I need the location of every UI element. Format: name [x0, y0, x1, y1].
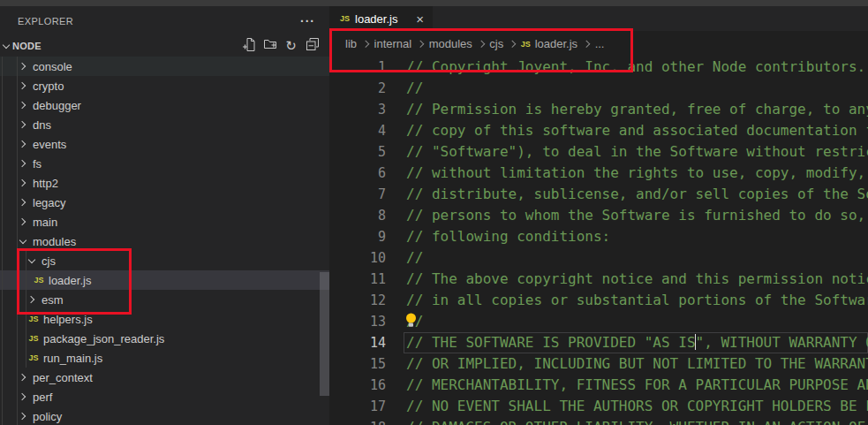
- chevron-down-icon: [19, 236, 26, 243]
- tree-item-per-context[interactable]: per_context: [0, 368, 329, 387]
- code-line[interactable]: // NO EVENT SHALL THE AUTHORS OR COPYRIG…: [406, 396, 868, 417]
- code-line[interactable]: // The above copyright notice and this p…: [406, 269, 868, 290]
- section-actions: ↻: [239, 37, 329, 56]
- collapse-all-icon: [306, 37, 320, 55]
- line-number: 2: [331, 78, 386, 99]
- js-file-icon: JS: [26, 334, 41, 343]
- code-line[interactable]: // THE SOFTWARE IS PROVIDED "AS IS", WIT…: [406, 332, 868, 353]
- code-line[interactable]: //: [406, 247, 868, 269]
- chevron-right-icon: [19, 160, 26, 167]
- code-line[interactable]: // following conditions:: [406, 226, 868, 247]
- code-line[interactable]: // "Software"), to deal in the Software …: [406, 141, 868, 163]
- annotation-box-breadcrumb: [329, 28, 633, 72]
- line-number: 18: [331, 417, 386, 425]
- code-line[interactable]: //: [406, 78, 868, 99]
- refresh-button[interactable]: ↻: [282, 37, 300, 56]
- line-number: 8: [331, 205, 386, 226]
- tab-label: loader.js: [355, 12, 411, 26]
- title-bar: [0, 0, 868, 6]
- chevron-right-icon: [19, 374, 26, 381]
- chevron-right-icon: [19, 63, 26, 70]
- new-file-button[interactable]: [239, 37, 258, 56]
- explorer-header: EXPLORER ···: [0, 6, 329, 35]
- tree-item-perf[interactable]: perf: [0, 387, 329, 406]
- indent-guide: [17, 57, 18, 425]
- tree-item-label: debugger: [33, 99, 81, 112]
- line-number: 7: [331, 184, 386, 205]
- code-line[interactable]: // without limitation the rights to use,…: [406, 163, 868, 184]
- tree-item-label: package_json_reader.js: [43, 332, 164, 345]
- tree-item-debugger[interactable]: debugger: [0, 95, 329, 115]
- code-line[interactable]: // OR IMPLIED, INCLUDING BUT NOT LIMITED…: [406, 353, 868, 375]
- node-section-header[interactable]: NODE ↻: [0, 35, 329, 57]
- tree-item-main[interactable]: main: [0, 212, 329, 231]
- tab-loader-js[interactable]: JS loader.js ×: [331, 6, 433, 31]
- tree-item-run-main-js[interactable]: JSrun_main.js: [0, 348, 329, 368]
- tab-strip: JS loader.js ×: [331, 6, 868, 31]
- tree-item-dns[interactable]: dns: [0, 115, 329, 134]
- close-icon[interactable]: ×: [416, 12, 424, 26]
- tree-item-label: legacy: [33, 196, 66, 209]
- code-line[interactable]: // in all copies or substantial portions…: [406, 290, 868, 311]
- tree-item-label: policy: [33, 410, 62, 423]
- lightbulb-icon[interactable]: [405, 313, 418, 329]
- chevron-down-icon: [3, 41, 10, 48]
- js-file-icon: JS: [26, 353, 41, 362]
- chevron-right-icon: [19, 179, 26, 186]
- tree-item-legacy[interactable]: legacy: [0, 193, 329, 212]
- line-number: 16: [331, 375, 386, 396]
- node-section-label: NODE: [12, 41, 239, 51]
- new-file-icon: [242, 37, 256, 55]
- line-number: 9: [331, 226, 386, 247]
- line-number: 14: [331, 332, 386, 353]
- js-file-icon: JS: [26, 315, 41, 323]
- tree-item-fs[interactable]: fs: [0, 154, 329, 173]
- chevron-right-icon: [19, 121, 26, 128]
- code-lines: // Copyright Joyent, Inc. and other Node…: [406, 57, 868, 425]
- line-number: 3: [331, 99, 386, 120]
- chevron-right-icon: [19, 218, 26, 225]
- code-line[interactable]: // DAMAGES OR OTHER LIABILITY, WHETHER I…: [406, 417, 868, 425]
- line-number: 12: [331, 290, 386, 311]
- line-number: 15: [331, 353, 386, 375]
- code-line[interactable]: // distribute, sublicense, and/or sell c…: [406, 184, 868, 205]
- sidebar-scrollbar[interactable]: [320, 272, 329, 396]
- tree-item-label: dns: [33, 118, 51, 132]
- line-number: 4: [331, 120, 386, 141]
- tree-item-package-json-reader-js[interactable]: JSpackage_json_reader.js: [0, 329, 329, 348]
- line-number: 13: [331, 311, 386, 332]
- tree-item-crypto[interactable]: crypto: [0, 76, 329, 95]
- tree-item-label: events: [33, 138, 66, 151]
- tree-item-label: modules: [33, 235, 76, 248]
- tree-item-label: console: [33, 60, 72, 73]
- chevron-right-icon: [19, 82, 26, 89]
- code-line[interactable]: //: [406, 311, 868, 332]
- tree-item-policy[interactable]: policy: [0, 406, 329, 425]
- refresh-icon: ↻: [285, 38, 297, 54]
- tree-item-label: main: [33, 216, 57, 229]
- line-number: 6: [331, 163, 386, 184]
- tree-item-label: fs: [33, 157, 42, 171]
- tree-item-label: perf: [33, 391, 52, 404]
- chevron-right-icon: [19, 140, 26, 148]
- chevron-right-icon: [19, 199, 26, 206]
- more-actions-icon[interactable]: ···: [300, 18, 315, 25]
- tree-item-label: per_context: [33, 371, 93, 384]
- indent-guide: [2, 57, 3, 425]
- tree-item-console[interactable]: console: [0, 57, 329, 76]
- tree-item-http2[interactable]: http2: [0, 173, 329, 193]
- chevron-right-icon: [19, 393, 26, 400]
- line-number: 11: [331, 269, 386, 290]
- code-line[interactable]: // Permission is hereby granted, free of…: [406, 99, 868, 120]
- tree-item-events[interactable]: events: [0, 134, 329, 154]
- code-editor[interactable]: 123456789101112131415161718 // Copyright…: [331, 57, 868, 425]
- code-line[interactable]: // persons to whom the Software is furni…: [406, 205, 868, 226]
- code-line[interactable]: // MERCHANTABILITY, FITNESS FOR A PARTIC…: [406, 375, 868, 396]
- tree-item-label: crypto: [33, 80, 64, 93]
- line-number-gutter[interactable]: 123456789101112131415161718: [331, 57, 386, 425]
- code-line[interactable]: // copy of this software and associated …: [406, 120, 868, 141]
- new-folder-button[interactable]: [260, 37, 279, 56]
- explorer-sidebar: EXPLORER ··· NODE ↻ consolecryptodebugge…: [0, 6, 329, 425]
- collapse-all-button[interactable]: [303, 37, 321, 56]
- new-folder-icon: [263, 37, 277, 55]
